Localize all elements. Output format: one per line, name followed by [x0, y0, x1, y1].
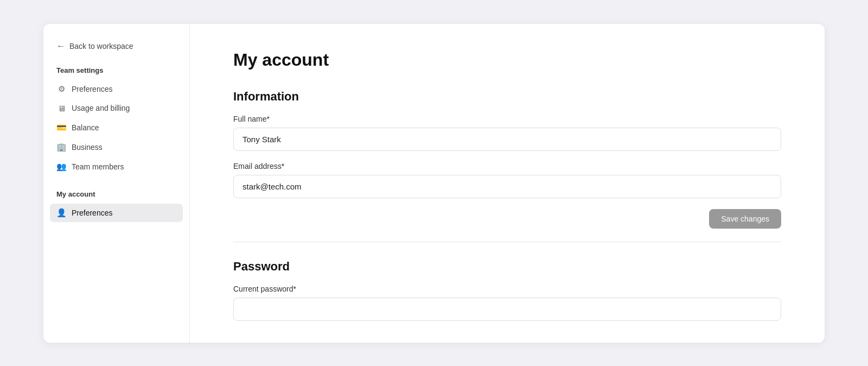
app-container: ← Back to workspace Team settings ⚙ Pref… — [43, 24, 825, 343]
team-settings-nav: ⚙ Preferences 🖥 Usage and billing 💳 Bala… — [43, 80, 189, 177]
card-icon: 💳 — [56, 123, 66, 132]
email-input[interactable] — [233, 175, 781, 198]
sidebar-item-preferences[interactable]: ⚙ Preferences — [50, 80, 183, 98]
current-password-label: Current password* — [233, 285, 781, 293]
email-field: Email address* — [233, 162, 781, 209]
sidebar: ← Back to workspace Team settings ⚙ Pref… — [43, 24, 190, 343]
sidebar-item-usage-billing[interactable]: 🖥 Usage and billing — [50, 99, 183, 117]
full-name-label: Full name* — [233, 115, 781, 123]
sidebar-item-balance[interactable]: 💳 Balance — [50, 118, 183, 137]
back-label: Back to workspace — [69, 42, 133, 51]
person-icon: 👤 — [56, 208, 66, 218]
email-label: Email address* — [233, 162, 781, 171]
team-icon: 👥 — [56, 162, 66, 172]
current-password-input[interactable] — [233, 298, 781, 321]
sidebar-item-label: Preferences — [72, 209, 112, 217]
sidebar-item-business[interactable]: 🏢 Business — [50, 138, 183, 156]
sidebar-item-label: Team members — [72, 162, 124, 171]
team-settings-label: Team settings — [43, 66, 189, 80]
gear-icon: ⚙ — [56, 84, 66, 94]
sidebar-item-account-preferences[interactable]: 👤 Preferences — [50, 204, 183, 222]
sidebar-item-label: Business — [72, 143, 103, 152]
main-content: My account Information Full name* Email … — [190, 24, 825, 343]
sidebar-item-label: Usage and billing — [72, 104, 130, 112]
sidebar-item-label: Preferences — [72, 85, 112, 93]
password-section-title: Password — [233, 260, 781, 274]
section-divider — [233, 242, 781, 242]
full-name-field: Full name* — [233, 115, 781, 162]
info-section-title: Information — [233, 90, 781, 104]
current-password-field: Current password* — [233, 285, 781, 321]
save-changes-button[interactable]: Save changes — [709, 209, 781, 229]
back-to-workspace-link[interactable]: ← Back to workspace — [43, 41, 189, 66]
account-nav: 👤 Preferences — [43, 204, 189, 223]
page-title: My account — [233, 50, 781, 70]
monitor-icon: 🖥 — [56, 104, 66, 113]
business-icon: 🏢 — [56, 142, 66, 152]
my-account-label: My account — [43, 190, 189, 204]
back-arrow-icon: ← — [56, 41, 65, 51]
sidebar-item-label: Balance — [72, 123, 99, 132]
sidebar-item-team-members[interactable]: 👥 Team members — [50, 157, 183, 176]
full-name-input[interactable] — [233, 128, 781, 151]
